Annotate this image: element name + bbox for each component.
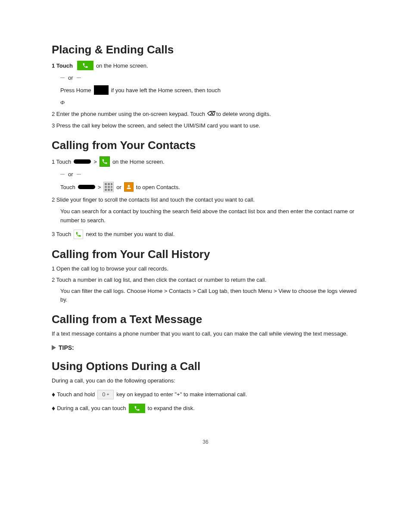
step-text: to expand the disk. xyxy=(148,405,195,411)
delete-glyph: ⌫ xyxy=(207,110,215,117)
divider xyxy=(77,174,81,174)
section-title: Using Options During a Call xyxy=(52,360,359,373)
step-text: 2 Touch a number in call log list, and t… xyxy=(52,276,359,284)
intro-text: During a call, you can do the following … xyxy=(52,376,359,385)
section-title: Calling from Your Contacts xyxy=(52,139,359,152)
tip-text: You can search for a contact by touching… xyxy=(60,207,359,225)
contact-icon xyxy=(124,182,134,192)
step-text: if you have left the Home screen, then t… xyxy=(111,87,221,93)
step-text: 1 Open the call log to browse your call … xyxy=(52,264,359,273)
step-text: Touch xyxy=(60,184,75,190)
step-text: next to the number you want to dial. xyxy=(86,231,174,237)
step-number: 1 Touch xyxy=(52,62,73,69)
arrow-text: > xyxy=(98,184,101,190)
tip-arrow-icon xyxy=(52,345,56,350)
pill-icon xyxy=(78,185,95,189)
section-title: Calling from Your Call History xyxy=(52,248,359,261)
step-text: 3 Press the call key below the screen, a… xyxy=(52,121,359,130)
phone-glyph: Φ xyxy=(60,99,65,106)
step-text: 1 Touch xyxy=(52,159,71,165)
tips-label: TIPS: xyxy=(59,344,74,351)
home-menu-icon xyxy=(94,85,109,95)
bullet: ♦ xyxy=(52,391,55,398)
section-title: Calling from a Text Message xyxy=(52,313,359,326)
tips-header: TIPS: xyxy=(52,344,359,351)
divider xyxy=(60,78,65,78)
step-text: on the Home screen. xyxy=(112,159,165,165)
tip-text: You can filter the call logs. Choose Hom… xyxy=(60,287,359,304)
step-text: key on keypad to enter "+" to make inter… xyxy=(116,391,247,398)
step-text: 3 Touch xyxy=(52,231,71,237)
divider xyxy=(60,174,65,174)
phone-call-icon xyxy=(129,404,145,413)
pill-icon xyxy=(74,159,91,164)
call-small-icon xyxy=(74,230,83,239)
zero-plus-key-icon: 0+ xyxy=(97,390,114,399)
step-text: to delete wrong digits. xyxy=(216,111,271,117)
step-text: on the Home screen. xyxy=(96,62,148,69)
or-label: or xyxy=(68,171,73,177)
phone-call-icon xyxy=(77,61,93,70)
section-title: Placing & Ending Calls xyxy=(52,43,359,56)
step-text: If a text message contains a phone numbe… xyxy=(52,330,359,338)
dialpad-icon xyxy=(103,182,114,192)
step-text: 2 Slide your finger to scroll the contac… xyxy=(52,196,255,203)
step-text: Press Home xyxy=(60,87,91,93)
step-text: During a call, you can touch xyxy=(57,405,126,411)
step-text: Touch and hold xyxy=(57,391,95,398)
or-text: or xyxy=(116,184,121,190)
or-label: or xyxy=(68,75,73,81)
step-text: 2 Enter the phone number using the on-sc… xyxy=(52,111,205,117)
arrow-text: > xyxy=(93,159,97,165)
bullet: ♦ xyxy=(52,404,55,412)
step-text: to open Contacts. xyxy=(136,184,180,190)
page-number: 36 xyxy=(52,439,359,445)
divider xyxy=(77,78,81,78)
phone-app-icon xyxy=(100,156,110,167)
